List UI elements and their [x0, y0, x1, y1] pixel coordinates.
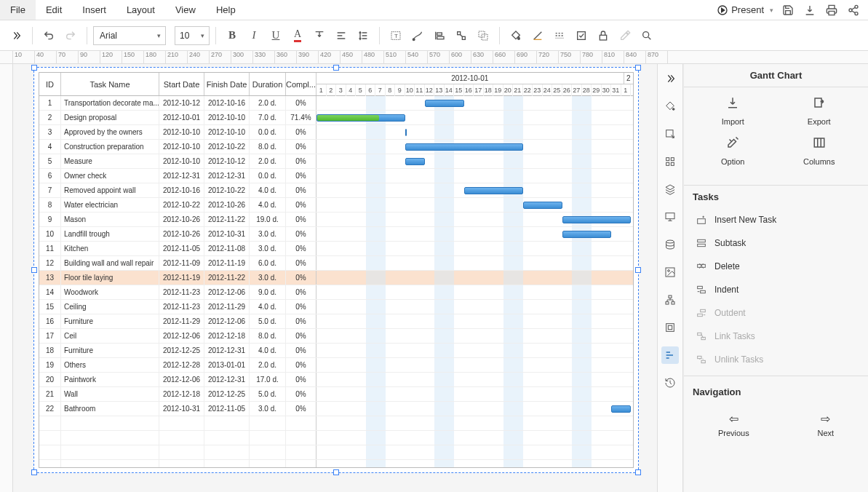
cell-completion[interactable]: 0%	[286, 300, 316, 314]
cell-duration[interactable]: 3.0 d.	[250, 271, 286, 285]
table-row[interactable]	[39, 460, 633, 468]
fill-tool-icon[interactable]	[661, 98, 679, 115]
gantt-bar[interactable]	[611, 405, 631, 413]
cell-end[interactable]: 2012-12-31	[204, 169, 250, 183]
resize-handle[interactable]	[635, 267, 641, 273]
cell-name[interactable]: Construction preparation	[61, 140, 159, 154]
gantt-tool-icon[interactable]	[661, 346, 679, 364]
text-align-vertical-icon[interactable]	[309, 25, 330, 46]
cell-completion[interactable]: 0%	[286, 140, 316, 154]
timeline-cell[interactable]	[316, 96, 633, 110]
image-icon[interactable]	[661, 263, 679, 281]
expand-strip-icon[interactable]	[661, 70, 679, 87]
cell-end[interactable]: 2012-10-16	[204, 96, 250, 110]
cell-id[interactable]: 10	[39, 227, 61, 241]
cell-completion[interactable]: 0%	[286, 96, 316, 110]
cell-duration[interactable]: 5.0 d.	[250, 314, 286, 328]
export-button[interactable]: Export	[779, 96, 859, 126]
cell-duration[interactable]: 2.0 d.	[250, 96, 286, 110]
timeline-cell[interactable]	[316, 358, 633, 372]
previous-button[interactable]: ⇦Previous	[718, 412, 749, 437]
timeline-cell[interactable]	[316, 344, 633, 357]
cell-duration[interactable]: 9.0 d.	[250, 285, 286, 299]
cell-id[interactable]: 19	[39, 358, 61, 372]
cell-id[interactable]: 21	[39, 387, 61, 401]
cell-completion[interactable]: 0%	[286, 344, 316, 357]
cell-end[interactable]: 2012-11-29	[204, 300, 250, 314]
timeline-cell[interactable]	[316, 154, 633, 168]
cell-duration[interactable]: 4.0 d.	[250, 344, 286, 357]
table-row[interactable]: 3 Approved by the owners 2012-10-10 2012…	[39, 125, 633, 140]
cell-duration[interactable]: 5.0 d.	[250, 387, 286, 401]
cell-end[interactable]: 2012-11-08	[204, 242, 250, 255]
cell-start[interactable]: 2012-10-26	[159, 227, 204, 241]
cell-id[interactable]: 11	[39, 242, 61, 255]
timeline-cell[interactable]	[316, 256, 633, 270]
cell-completion[interactable]: 0%	[286, 373, 316, 386]
presentation-icon[interactable]	[661, 208, 679, 226]
shape-export-icon[interactable]	[661, 125, 679, 143]
cell-start[interactable]: 2012-11-23	[159, 285, 204, 299]
cell-end[interactable]: 2012-10-12	[204, 154, 250, 168]
search-icon[interactable]	[637, 25, 657, 46]
cell-end[interactable]: 2012-11-19	[204, 256, 250, 270]
next-button[interactable]: ⇨Next	[817, 412, 834, 437]
table-row[interactable]: 11 Kitchen 2012-11-05 2012-11-08 3.0 d. …	[39, 242, 633, 256]
cell-id[interactable]: 3	[39, 125, 61, 139]
menu-view[interactable]: View	[165, 0, 206, 20]
cell-name[interactable]: Bathroom	[61, 402, 159, 416]
cell-completion[interactable]: 0%	[286, 198, 316, 212]
gantt-bar[interactable]	[405, 158, 425, 165]
table-row[interactable]: 9 Mason 2012-10-26 2012-11-22 19.0 d. 0%	[39, 213, 633, 227]
cell-id[interactable]: 4	[39, 140, 61, 154]
undo-icon[interactable]	[39, 25, 59, 46]
cell-name[interactable]: Kitchen	[61, 242, 159, 255]
cell-end[interactable]: 2012-11-05	[204, 402, 250, 416]
cell-duration[interactable]: 0.0 d.	[250, 125, 286, 139]
cell-name[interactable]: Wall	[61, 387, 159, 401]
cell-completion[interactable]: 0%	[286, 227, 316, 241]
download-icon[interactable]	[803, 3, 817, 17]
cell-duration[interactable]: 4.0 d.	[250, 300, 286, 314]
cell-duration[interactable]: 8.0 d.	[250, 329, 286, 343]
cell-completion[interactable]: 0%	[286, 154, 316, 168]
cell-name[interactable]: Paintwork	[61, 373, 159, 386]
column-header-duration[interactable]: Duration	[250, 73, 286, 95]
font-size-select[interactable]: 10▾	[175, 26, 210, 45]
cell-completion[interactable]: 0%	[286, 242, 316, 255]
cell-start[interactable]: 2012-10-10	[159, 140, 204, 154]
cell-id[interactable]: 7	[39, 183, 61, 197]
distribute-icon[interactable]	[451, 25, 471, 46]
timeline-cell[interactable]	[316, 125, 633, 139]
cell-duration[interactable]: 2.0 d.	[250, 154, 286, 168]
task-action-insert-new-task[interactable]: Insert New Task	[684, 208, 868, 231]
lock-icon[interactable]	[593, 25, 613, 46]
grid-icon[interactable]	[661, 153, 679, 170]
line-style-icon[interactable]	[549, 25, 570, 46]
cell-end[interactable]: 2013-01-01	[204, 358, 250, 372]
table-row[interactable]: 15 Ceiling 2012-11-23 2012-11-29 4.0 d. …	[39, 300, 633, 314]
cell-name[interactable]: Mason	[61, 213, 159, 226]
cell-end[interactable]: 2012-11-22	[204, 213, 250, 226]
gantt-bar[interactable]	[562, 231, 612, 238]
cell-start[interactable]: 2012-12-18	[159, 387, 204, 401]
cell-name[interactable]: Woodwork	[61, 285, 159, 299]
column-header-completion[interactable]: Compl...	[286, 73, 316, 95]
cell-end[interactable]: 2012-12-25	[204, 387, 250, 401]
cell-start[interactable]: 2012-12-06	[159, 373, 204, 386]
table-row[interactable]: 1 Transportation decorate ma... 2012-10-…	[39, 96, 633, 111]
cell-start[interactable]: 2012-10-10	[159, 154, 204, 168]
gantt-bar[interactable]	[405, 129, 407, 136]
cell-id[interactable]: 12	[39, 256, 61, 270]
timeline-cell[interactable]	[316, 387, 633, 401]
gantt-bar[interactable]	[562, 216, 632, 223]
cell-name[interactable]: Measure	[61, 154, 159, 168]
cell-start[interactable]: 2012-12-31	[159, 169, 204, 183]
resize-handle[interactable]	[31, 267, 37, 273]
cell-id[interactable]: 1	[39, 96, 61, 110]
cell-completion[interactable]: 0%	[286, 329, 316, 343]
resize-handle[interactable]	[31, 65, 37, 71]
cell-end[interactable]: 2012-10-31	[204, 227, 250, 241]
column-header-start[interactable]: Start Date	[159, 73, 204, 95]
option-button[interactable]: Option	[693, 136, 773, 166]
